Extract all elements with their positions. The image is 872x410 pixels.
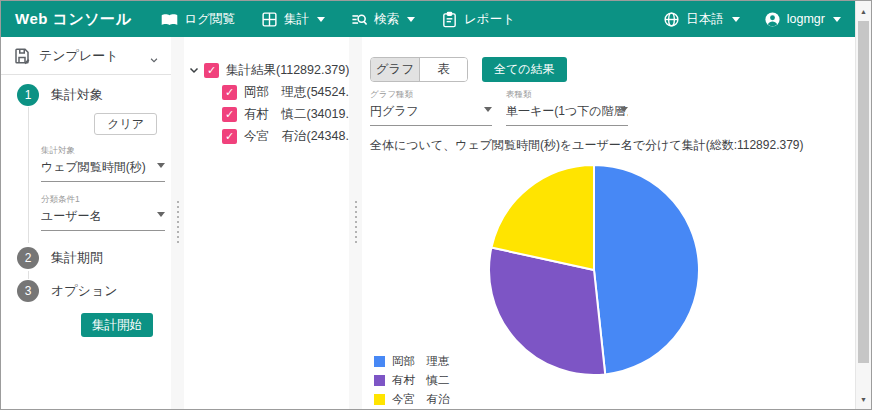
splitter-grip-icon — [355, 201, 357, 245]
panel-splitter[interactable] — [349, 37, 362, 409]
legend-swatch — [374, 394, 385, 405]
nav-aggregate-label: 集計 — [284, 11, 309, 28]
chevron-down-icon — [732, 17, 740, 22]
tree-child-row: ✓ 岡部 理恵(54524.524) — [184, 81, 349, 103]
chevron-down-icon — [149, 51, 159, 61]
nav-log-view[interactable]: ログ閲覧 — [161, 11, 235, 28]
template-row[interactable]: テンプレート — [1, 37, 171, 75]
nav-report[interactable]: レポート — [441, 11, 515, 28]
tree-root-checkbox[interactable]: ✓ — [204, 63, 219, 78]
vertical-scrollbar[interactable]: ▲ ▼ — [855, 1, 871, 409]
tree-child-row: ✓ 有村 慎二(34019.571) — [184, 103, 349, 125]
chevron-down-icon[interactable] — [188, 64, 200, 76]
tree-root-label: 集計結果(112892.379) — [226, 62, 349, 79]
tree-child-row: ✓ 今宮 有治(24348.284) — [184, 125, 349, 147]
pie-slice[interactable] — [594, 165, 699, 374]
user-avatar-icon — [764, 11, 781, 28]
scroll-up-icon[interactable]: ▲ — [856, 3, 871, 19]
legend-swatch — [374, 375, 385, 386]
scrollbar-thumb[interactable] — [858, 21, 869, 363]
tree-root-row: ✓ 集計結果(112892.379) — [184, 59, 349, 81]
legend-label: 有村 慎二 — [392, 373, 450, 388]
chevron-down-icon — [157, 212, 165, 217]
legend-label: 岡部 理恵 — [392, 354, 450, 369]
step-3-label: オプション — [51, 282, 118, 300]
field-label: 集計対象 — [41, 145, 165, 157]
app-header: Web コンソール ログ閲覧 集計 検索 — [1, 1, 855, 37]
nav-log-view-label: ログ閲覧 — [184, 11, 235, 28]
clipboard-icon — [441, 11, 458, 28]
main-nav: ログ閲覧 集計 検索 レポート — [161, 11, 514, 28]
header-right: 日本語 logmgr — [663, 11, 841, 28]
results-tree-panel: ✓ 集計結果(112892.379) ✓ 岡部 理恵(54524.524) ✓ … — [184, 37, 349, 409]
step-2-period[interactable]: 2 集計期間 — [17, 247, 103, 269]
step-3-badge: 3 — [17, 280, 39, 302]
nav-search-label: 検索 — [374, 11, 399, 28]
results-panel: グラフ 表 全ての結果 グラフ種類 円グラフ 表種類 単一キー(1つ下の階層ま…… — [362, 37, 855, 409]
chevron-down-icon — [833, 17, 841, 22]
tree-child-checkbox[interactable]: ✓ — [222, 107, 237, 122]
chart-legend: 岡部 理恵有村 慎二今宮 有治 — [374, 354, 450, 407]
user-menu[interactable]: logmgr — [764, 11, 841, 28]
field-label: 分類条件1 — [41, 194, 165, 206]
template-icon — [13, 47, 31, 65]
language-menu[interactable]: 日本語 — [663, 11, 740, 28]
legend-item: 今宮 有治 — [374, 392, 450, 407]
splitter-grip-icon — [177, 201, 179, 245]
chevron-down-icon — [157, 163, 165, 168]
panel-splitter[interactable] — [171, 37, 184, 409]
stepper-connector — [28, 271, 29, 279]
legend-item: 岡部 理恵 — [374, 354, 450, 369]
stepper-connector — [28, 107, 29, 243]
tree-child-label: 今宮 有治(24348.284) — [244, 128, 349, 145]
username-label: logmgr — [787, 12, 825, 26]
step-3-options[interactable]: 3 オプション — [17, 280, 118, 302]
classify-condition-select[interactable]: 分類条件1 ユーザー名 — [41, 194, 165, 231]
legend-label: 今宮 有治 — [392, 392, 450, 407]
language-label: 日本語 — [686, 11, 724, 28]
legend-item: 有村 慎二 — [374, 373, 450, 388]
step-2-label: 集計期間 — [51, 249, 103, 267]
app-window: Web コンソール ログ閲覧 集計 検索 — [0, 0, 872, 410]
clear-button[interactable]: クリア — [94, 113, 157, 135]
nav-search[interactable]: 検索 — [351, 11, 415, 28]
field-value: ウェブ閲覧時間(秒) — [41, 159, 165, 182]
nav-aggregate[interactable]: 集計 — [261, 11, 325, 28]
tree-child-label: 有村 慎二(34019.571) — [244, 106, 349, 123]
chevron-down-icon — [317, 17, 325, 22]
search-lines-icon — [351, 11, 368, 28]
chevron-down-icon — [407, 17, 415, 22]
scroll-down-icon[interactable]: ▼ — [856, 391, 871, 407]
field-value: ユーザー名 — [41, 208, 165, 231]
book-open-icon — [161, 11, 178, 28]
legend-swatch — [374, 356, 385, 367]
nav-report-label: レポート — [464, 11, 515, 28]
template-label: テンプレート — [39, 47, 119, 65]
tree-child-label: 岡部 理恵(54524.524) — [244, 84, 349, 101]
step-1-label: 集計対象 — [51, 86, 103, 104]
start-aggregation-button[interactable]: 集計開始 — [81, 313, 153, 337]
tree-child-checkbox[interactable]: ✓ — [222, 85, 237, 100]
step-2-badge: 2 — [17, 247, 39, 269]
tree-child-checkbox[interactable]: ✓ — [222, 129, 237, 144]
globe-icon — [663, 11, 680, 28]
app-title: Web コンソール — [15, 10, 131, 29]
aggregate-target-select[interactable]: 集計対象 ウェブ閲覧時間(秒) — [41, 145, 165, 182]
step-1-badge: 1 — [17, 84, 39, 106]
table-icon — [261, 11, 278, 28]
sidebar: テンプレート 1 集計対象 クリア 集計対象 ウェブ閲覧時間(秒) — [1, 37, 171, 409]
content-area: テンプレート 1 集計対象 クリア 集計対象 ウェブ閲覧時間(秒) — [1, 37, 855, 409]
step-1-target[interactable]: 1 集計対象 — [17, 84, 103, 106]
